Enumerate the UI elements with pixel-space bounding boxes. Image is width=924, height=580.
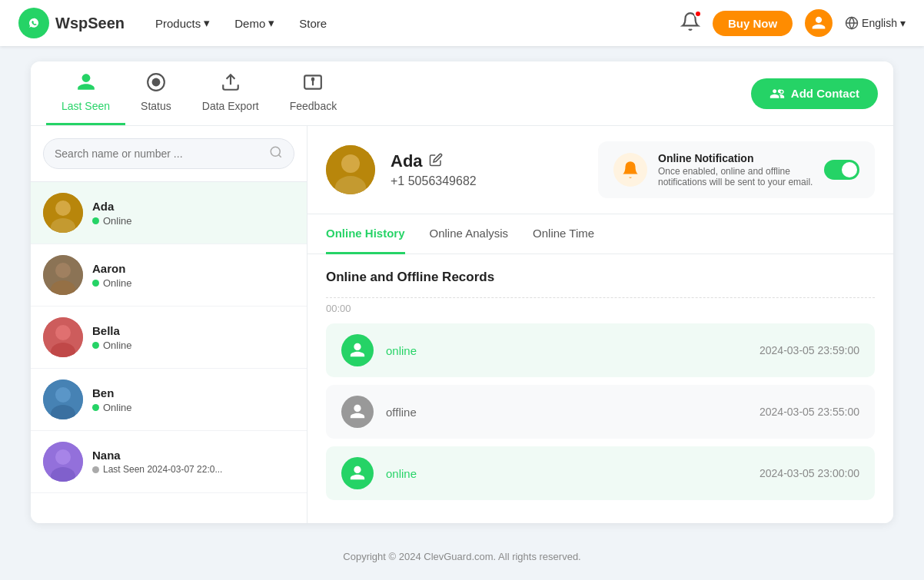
sidebar: Ada Online [31, 126, 307, 523]
contact-info: Ada Online [92, 200, 294, 227]
tab-status[interactable]: Status [125, 61, 187, 125]
footer: Copyright © 2024 ClevGuard.com. All righ… [0, 539, 924, 575]
tab-last-seen[interactable]: Last Seen [46, 61, 125, 125]
avatar [43, 379, 83, 419]
svg-point-30 [341, 154, 360, 173]
svg-point-27 [55, 449, 71, 465]
svg-point-21 [55, 325, 71, 340]
contact-avatar-large [326, 145, 375, 194]
last-seen-icon [76, 72, 96, 97]
search-input-wrap[interactable] [43, 138, 294, 169]
language-selector[interactable]: English ▾ [845, 16, 906, 30]
records-area: Online and Offline Records 00:00 online … [307, 254, 893, 523]
sub-tab-online-analysis[interactable]: Online Analysis [430, 214, 509, 254]
navbar: WspSeen Products ▾ Demo ▾ Store Buy Now [0, 0, 924, 46]
record-item: offline 2024-03-05 23:55:00 [326, 385, 875, 439]
data-export-icon [221, 72, 241, 97]
main-container: Last Seen Status [0, 46, 924, 539]
record-item: online 2024-03-05 23:59:00 [326, 323, 875, 377]
svg-point-18 [55, 263, 71, 278]
contact-item[interactable]: Ada Online [31, 182, 307, 244]
detail-area: Ada +1 5056349682 [307, 126, 893, 523]
search-bar [31, 126, 307, 182]
avatar [43, 317, 83, 357]
contact-header: Ada +1 5056349682 [307, 126, 893, 214]
contact-detail-info: Ada +1 5056349682 [391, 151, 583, 188]
svg-line-13 [278, 154, 281, 157]
toggle-ball [842, 162, 857, 177]
search-icon [269, 145, 283, 162]
svg-point-24 [55, 387, 71, 403]
offline-status-icon [341, 396, 374, 428]
nav-demo[interactable]: Demo ▾ [234, 16, 274, 30]
notification-text: Online Notification Once enabled, online… [658, 152, 813, 187]
buy-now-button[interactable]: Buy Now [713, 11, 793, 36]
sub-tab-online-time[interactable]: Online Time [533, 214, 594, 254]
avatar [43, 193, 83, 233]
notification-bell-icon [613, 153, 647, 187]
contact-item[interactable]: Ben Online [31, 369, 307, 431]
contact-info: Bella Online [92, 324, 294, 351]
status-dot [92, 404, 99, 411]
avatar [43, 255, 83, 295]
status-dot [92, 466, 99, 473]
tab-feedback[interactable]: Feedback [274, 61, 352, 125]
online-status-icon [341, 457, 374, 489]
tab-data-export[interactable]: Data Export [187, 61, 274, 125]
nav-products[interactable]: Products ▾ [155, 16, 210, 30]
navbar-right: Buy Now English ▾ [680, 9, 906, 37]
search-input[interactable] [55, 147, 263, 160]
app-card: Last Seen Status [31, 61, 893, 523]
user-avatar-nav[interactable] [805, 9, 833, 37]
contact-item[interactable]: Bella Online [31, 307, 307, 369]
avatar [43, 442, 83, 482]
record-item: online 2024-03-05 23:00:00 [326, 446, 875, 500]
sub-tabs: Online History Online Analysis Online Ti… [307, 214, 893, 254]
contact-item[interactable]: Aaron Online [31, 244, 307, 307]
content-area: Ada Online [31, 126, 893, 523]
notification-box: Online Notification Once enabled, online… [598, 141, 875, 198]
contact-info: Aaron Online [92, 262, 294, 289]
notification-toggle[interactable] [824, 160, 859, 180]
contact-info: Nana Last Seen 2024-03-07 22:0... [92, 449, 294, 475]
tabs-left: Last Seen Status [46, 61, 352, 125]
brand-icon [18, 8, 49, 38]
add-contact-button[interactable]: Add Contact [751, 78, 878, 109]
status-dot [92, 342, 99, 349]
edit-icon[interactable] [429, 153, 443, 170]
contact-item[interactable]: Nana Last Seen 2024-03-07 22:0... [31, 431, 307, 493]
notification-dot [694, 10, 702, 18]
svg-point-4 [151, 78, 160, 87]
contact-list: Ada Online [31, 182, 307, 523]
online-status-icon [341, 334, 374, 366]
svg-point-12 [271, 147, 280, 156]
sub-tab-online-history[interactable]: Online History [326, 214, 405, 254]
status-dot [92, 217, 99, 224]
navbar-links: Products ▾ Demo ▾ Store [155, 16, 680, 30]
notification-bell[interactable] [680, 12, 700, 35]
brand: WspSeen [18, 8, 125, 38]
contact-info: Ben Online [92, 386, 294, 413]
status-icon [146, 72, 166, 97]
nav-store[interactable]: Store [299, 17, 327, 30]
tabs-row: Last Seen Status [31, 61, 893, 126]
svg-point-15 [55, 201, 71, 216]
feedback-icon [303, 72, 323, 97]
status-dot [92, 280, 99, 287]
